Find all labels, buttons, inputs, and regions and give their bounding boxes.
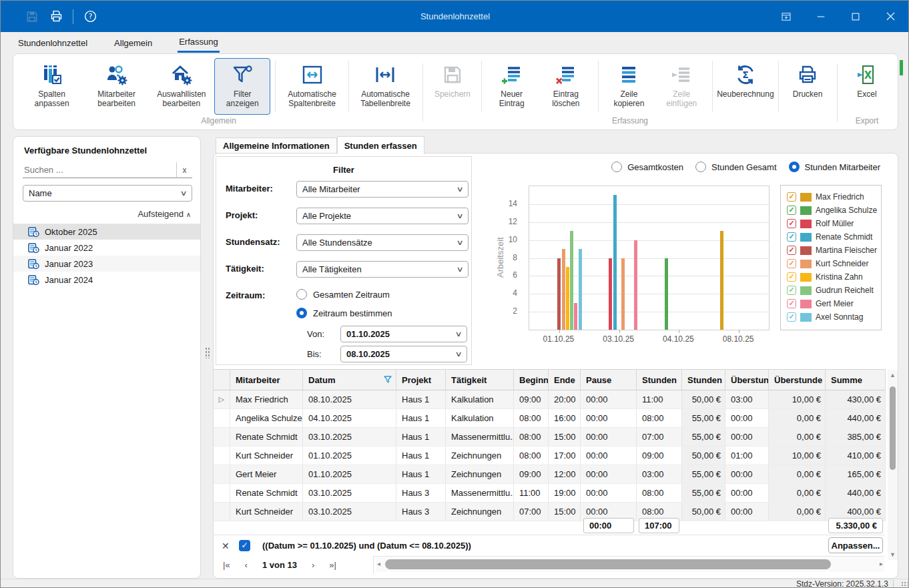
ribbon-button-neuer-eintrag[interactable]: Neuer Eintrag [487,58,537,115]
legend-checkbox[interactable]: ✓ [787,299,796,308]
legend-checkbox[interactable]: ✓ [787,219,796,228]
chart-x-tickmark [739,330,739,333]
splitter-handle[interactable] [205,347,210,358]
list-item-januar-2024[interactable]: Januar 2024 [13,272,200,288]
cell-zuschlag: 0,00 € [769,465,826,483]
vertical-scrollbar-thumb[interactable] [890,386,896,470]
legend-checkbox[interactable]: ✓ [787,232,796,242]
legend-checkbox[interactable]: ✓ [787,272,796,282]
search-input[interactable] [23,162,176,178]
list-item-oktober-2025[interactable]: Oktober 2025 [13,224,200,240]
table-row[interactable]: Gert Meier01.10.2025Haus 1Zeichnungen09:… [214,465,886,484]
last-page-button[interactable]: »| [329,560,336,570]
list-item-januar-2022[interactable]: Januar 2022 [13,240,200,256]
menu-tab-allgemein[interactable]: Allgemein [113,34,154,52]
legend-checkbox[interactable]: ✓ [787,259,796,268]
legend-checkbox[interactable]: ✓ [787,286,796,295]
anpassen-button[interactable]: Anpassen... [828,537,883,553]
minimize-icon[interactable] [814,9,828,24]
filter-dropdown-mitarbeiter[interactable]: Alle Mitarbeiter∨ [296,181,469,198]
filter-dropdown-projekt[interactable]: Alle Projekte∨ [296,208,469,224]
column-header-ueberstunden[interactable]: Überstun [725,370,769,390]
print-icon[interactable] [49,9,63,24]
remove-filter-icon[interactable]: ✕ [222,541,234,551]
resize-grip[interactable] [901,581,908,588]
ribbon-button-label: Zeile einfügen [661,89,702,109]
column-header-pause[interactable]: Pause [581,370,637,390]
ribbon-pin-icon[interactable] [779,9,794,24]
menu-tab-erfassung[interactable]: Erfassung [178,33,220,53]
cell-pause: 00:00 [581,465,637,483]
prev-page-button[interactable]: ‹ [245,560,248,570]
ribbon-button-automatische-tabellenbreite[interactable]: Automatische Tabellenbreite [354,58,417,115]
scroll-left-icon[interactable]: ◂ [377,560,380,567]
scroll-down-icon[interactable]: ▼ [888,551,898,558]
tab-stunden-erfassen[interactable]: Stunden erfassen [337,136,424,154]
column-header-datum[interactable]: Datum [303,370,396,390]
ribbon-button-mitarbeiter-bearbeiten[interactable]: Mitarbeiter bearbeiten [85,58,148,115]
filter-icon[interactable] [384,375,392,385]
table-row[interactable]: Kurt Schneider01.10.2025Haus 1Zeichnunge… [214,447,886,465]
legend-label: Angelika Schulze [816,206,877,215]
ribbon-button-eintrag-löschen[interactable]: Eintrag löschen [539,58,594,115]
tab-allgemeine-informationen[interactable]: Allgemeine Informationen [216,137,337,154]
first-page-button[interactable]: |« [223,560,230,570]
column-header-ende[interactable]: Ende [549,370,581,390]
horizontal-scrollbar[interactable]: ◂ ▸ [376,557,884,572]
close-icon[interactable] [883,9,898,24]
legend-checkbox[interactable]: ✓ [787,312,796,322]
maximize-icon[interactable] [848,9,863,24]
column-header-mitarbeiter[interactable]: Mitarbeiter [230,370,303,390]
column-header-zuschlag[interactable]: Überstunde [769,370,826,390]
filter-enabled-checkbox[interactable]: ✓ [239,540,250,551]
ribbon-button-automatische-spaltenbreite[interactable]: Automatische Spaltenbreite [280,58,344,115]
bis-date-dropdown[interactable]: 08.10.2025 ∨ [340,346,467,362]
chevron-down-icon: ∨ [454,330,462,338]
table-row[interactable]: Angelika Schulze04.10.2025Haus 1Kalkulat… [214,409,886,428]
menu-tab-stundenlohnzettel[interactable]: Stundenlohnzettel [17,34,89,52]
radio-zeitraum-bestimmen[interactable]: Zeitraum bestimmen [296,308,392,318]
scroll-right-icon[interactable]: ▸ [880,560,883,567]
ribbon-button-spalten-anpassen[interactable]: Spalten anpassen [20,58,83,115]
help-icon[interactable]: ? [83,9,97,24]
legend-item-renate-schmidt: ✓Renate Schmidt [787,230,881,244]
ribbon-button-filter-anzeigen[interactable]: Filter anzeigen [214,58,270,115]
table-row[interactable]: Renate Schmidt03.10.2025Haus 1Massenermi… [214,428,886,447]
radio-gesamten-zeitraum[interactable]: Gesamten Zeitraum [296,289,390,300]
filter-dropdown-stundensatz[interactable]: Alle Stundensätze∨ [296,234,469,251]
von-label: Von: [307,329,324,339]
list-item-januar-2023[interactable]: Januar 2023 [13,256,200,272]
ribbon-button-neuberechnung[interactable]: ΣNeuberechnung [717,58,774,115]
chart-mode-stunden-gesamt[interactable]: Stunden Gesamt [695,162,777,172]
next-page-button[interactable]: › [312,560,314,570]
vertical-scrollbar[interactable]: ▲ ▼ [888,370,898,560]
search-clear-button[interactable]: x [176,162,192,178]
sort-order-toggle[interactable]: Aufsteigend ∧ [137,209,191,219]
ribbon-button-auswahllisten-bearbeiten[interactable]: Auswahllisten bearbeiten [149,58,213,115]
column-header-stundensatz[interactable]: Stunden [682,370,725,390]
chart-mode-gesamtkosten[interactable]: Gesamtkosten [611,162,683,172]
column-header-projekt[interactable]: Projekt [396,370,446,390]
horizontal-scrollbar-thumb[interactable] [385,559,831,569]
column-header-summe[interactable]: Summe [826,370,886,390]
filter-dropdown-tätigkeit[interactable]: Alle Tätigkeiten∨ [296,261,469,278]
scroll-up-icon[interactable]: ▲ [888,372,898,378]
von-date-dropdown[interactable]: 01.10.2025 ∨ [340,326,467,342]
sidebar: Verfügbare Stundenlohnzettel x Name ∨ Au… [13,136,201,579]
chart-mode-stunden-mitarbeiter[interactable]: Stunden Mitarbeiter [789,162,880,172]
column-header-stunden[interactable]: Stunden [637,370,682,390]
save-icon[interactable] [25,9,39,24]
legend-checkbox[interactable]: ✓ [787,192,796,202]
ribbon-button-excel[interactable]: XExcel [843,58,891,115]
ribbon-button-zeile-kopieren[interactable]: Zeile kopieren [603,58,655,115]
ribbon-button-drucken[interactable]: Drucken [784,58,832,115]
table-row[interactable]: Renate Schmidt03.10.2025Haus 3Massenermi… [214,484,886,503]
filter-panel-title: Filter [216,165,471,175]
column-header-beginn[interactable]: Beginn [514,370,549,390]
legend-checkbox[interactable]: ✓ [787,206,796,215]
sort-field-dropdown[interactable]: Name ∨ [23,185,192,202]
legend-checkbox[interactable]: ✓ [787,246,796,255]
column-header-taetigkeit[interactable]: Tätigkeit [446,370,514,390]
table-row[interactable]: ▷Max Friedrich08.10.2025Haus 1Kalkulatio… [214,390,886,409]
table-row[interactable]: Kurt Schneider03.10.2025Haus 3Zeichnunge… [214,503,886,521]
